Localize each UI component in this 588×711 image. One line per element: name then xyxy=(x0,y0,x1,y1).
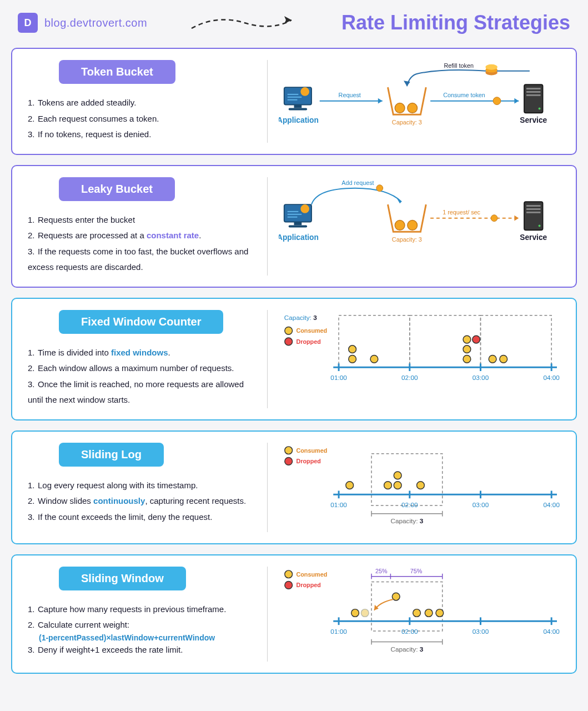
page-header: D blog.devtrovert.com Rate Limiting Stra… xyxy=(11,11,577,34)
step-item: 2.Calculate current weight: xyxy=(26,617,256,633)
svg-point-43 xyxy=(408,220,418,230)
svg-point-106 xyxy=(285,581,293,589)
steps-list: 1.Capture how many requests in previous … xyxy=(26,602,256,633)
svg-point-126 xyxy=(392,593,400,600)
svg-marker-10 xyxy=(378,98,383,104)
svg-text:Capacity: 3: Capacity: 3 xyxy=(392,236,422,242)
domain-text: blog.devtrovert.com xyxy=(44,17,147,29)
section-title: Leaky Bucket xyxy=(59,177,175,201)
svg-text:01:00: 01:00 xyxy=(330,628,347,635)
curved-arrow-icon xyxy=(189,12,300,34)
section-title: Sliding Window xyxy=(59,567,186,590)
svg-point-73 xyxy=(349,355,356,363)
svg-rect-3 xyxy=(289,108,307,110)
svg-point-78 xyxy=(473,336,480,343)
step-item: 3.Deny if weight+1 exceeds the rate limi… xyxy=(26,642,256,658)
svg-text:01:00: 01:00 xyxy=(330,500,347,508)
svg-point-125 xyxy=(361,609,369,617)
svg-point-56 xyxy=(285,327,293,334)
svg-rect-50 xyxy=(526,205,541,207)
step-item: 3.If no tokens, request is denied. xyxy=(26,127,256,143)
fixed-window-diagram: Capacity: 3 Consumed Dropped 01:00 02:00… xyxy=(279,310,562,392)
svg-point-127 xyxy=(413,609,421,617)
svg-point-104 xyxy=(285,570,293,578)
svg-text:Service: Service xyxy=(520,233,547,241)
svg-point-128 xyxy=(425,609,433,617)
card-leaky-bucket: Leaky Bucket 1.Requests enter the bucket… xyxy=(11,165,577,288)
section-title: Sliding Log xyxy=(59,443,164,467)
svg-point-12 xyxy=(395,103,405,113)
steps-list: 1.Time is divided into fixed windows. 2.… xyxy=(26,345,256,408)
step-item: 2.Requests are processed at a constant r… xyxy=(26,228,256,244)
svg-point-75 xyxy=(463,336,471,343)
svg-point-48 xyxy=(491,214,497,221)
svg-rect-7 xyxy=(288,99,298,101)
page-title: Rate Limiting Strategies xyxy=(341,11,570,34)
svg-text:Dropped: Dropped xyxy=(296,338,321,344)
svg-rect-85 xyxy=(371,453,443,505)
card-token-bucket: Token Bucket 1.Tokens are added steadily… xyxy=(11,48,577,155)
step-item: 1.Requests enter the bucket xyxy=(26,212,256,228)
step-item: 3.Once the limit is reached, no more req… xyxy=(26,377,256,408)
svg-point-81 xyxy=(285,446,293,454)
step-item: 1.Capture how many requests in previous … xyxy=(26,602,256,618)
svg-rect-6 xyxy=(288,97,302,98)
steps-list: 1.Log every request along with its times… xyxy=(26,478,256,525)
card-fixed-window: Fixed Window Counter 1.Time is divided i… xyxy=(11,298,577,420)
svg-text:03:00: 03:00 xyxy=(473,500,489,508)
svg-text:Consumed: Consumed xyxy=(296,327,328,334)
svg-text:25%: 25% xyxy=(375,567,388,574)
svg-point-19 xyxy=(485,64,497,70)
svg-text:1 request/ sec: 1 request/ sec xyxy=(443,208,480,215)
svg-text:Dropped: Dropped xyxy=(296,458,321,464)
svg-rect-32 xyxy=(294,222,302,225)
svg-rect-35 xyxy=(288,211,299,212)
svg-marker-22 xyxy=(515,98,519,104)
svg-point-24 xyxy=(493,97,501,105)
svg-text:Add request: Add request xyxy=(341,179,374,186)
svg-rect-52 xyxy=(526,211,541,213)
svg-text:Dropped: Dropped xyxy=(296,582,321,588)
svg-text:Application: Application xyxy=(279,233,319,241)
svg-rect-114 xyxy=(371,582,443,630)
svg-point-79 xyxy=(489,355,496,363)
svg-rect-26 xyxy=(526,88,541,89)
step-item: 3.If the count exceeds the limit, deny t… xyxy=(26,509,256,525)
svg-text:02:00: 02:00 xyxy=(401,628,418,635)
svg-point-72 xyxy=(349,345,356,353)
svg-point-80 xyxy=(500,355,507,363)
svg-point-34 xyxy=(300,204,309,213)
svg-point-129 xyxy=(436,609,444,617)
svg-point-83 xyxy=(285,457,293,465)
svg-point-42 xyxy=(395,220,405,230)
svg-rect-51 xyxy=(526,208,541,209)
svg-point-124 xyxy=(351,609,359,617)
svg-point-99 xyxy=(417,481,425,489)
svg-marker-0 xyxy=(284,16,292,24)
svg-text:Service: Service xyxy=(520,116,547,124)
step-item: 1.Time is divided into fixed windows. xyxy=(26,345,256,361)
svg-point-95 xyxy=(346,481,354,489)
svg-point-58 xyxy=(285,338,293,346)
svg-text:02:00: 02:00 xyxy=(401,500,418,508)
svg-rect-2 xyxy=(294,105,302,108)
svg-text:Capacity: 3: Capacity: 3 xyxy=(392,119,422,126)
steps-list: 1.Tokens are added steadily. 2.Each requ… xyxy=(26,95,256,143)
logo-icon: D xyxy=(18,13,38,33)
svg-point-41 xyxy=(376,184,383,191)
svg-text:Capacity: 3: Capacity: 3 xyxy=(391,517,424,524)
step-item: 2.Each request consumes a token. xyxy=(26,111,256,127)
svg-point-13 xyxy=(408,103,418,113)
svg-text:04:00: 04:00 xyxy=(544,373,560,380)
svg-point-97 xyxy=(394,472,401,479)
step-item: 2.Window slides continuously, capturing … xyxy=(26,493,256,509)
step-item: 3.If the requests come in too fast, the … xyxy=(26,244,256,276)
steps-list: 1.Requests enter the bucket 2.Requests a… xyxy=(26,212,256,276)
step-item: 1.Log every request along with its times… xyxy=(26,478,256,494)
step-item: 2.Each window allows a maximum number of… xyxy=(26,360,256,377)
svg-text:Capacity: 3: Capacity: 3 xyxy=(284,313,317,321)
leaky-bucket-diagram: Application Add request Capacity: 3 1 re… xyxy=(279,177,562,254)
svg-rect-33 xyxy=(289,225,307,227)
card-sliding-window: Sliding Window 1.Capture how many reques… xyxy=(11,554,577,674)
svg-text:04:00: 04:00 xyxy=(544,628,560,635)
